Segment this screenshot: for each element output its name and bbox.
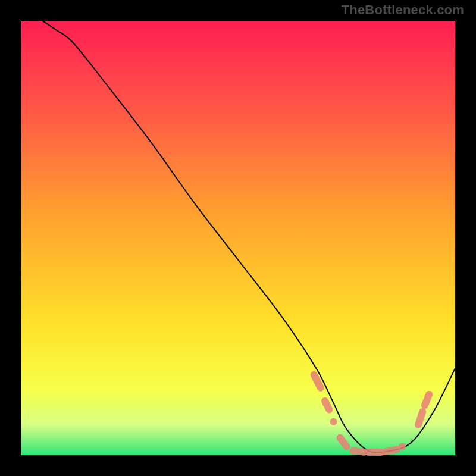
curve-marker-dash — [386, 450, 396, 452]
curve-marker-dash — [418, 412, 422, 425]
curve-marker-dot — [399, 443, 406, 450]
curve-marker-dash — [353, 451, 364, 452]
plot-background — [21, 21, 455, 455]
curve-marker-dot — [330, 418, 337, 425]
curve-marker-dash — [325, 401, 329, 410]
chart-svg — [0, 0, 476, 476]
chart-container: TheBottleneck.com — [0, 0, 476, 476]
curve-marker-dash — [425, 394, 429, 405]
